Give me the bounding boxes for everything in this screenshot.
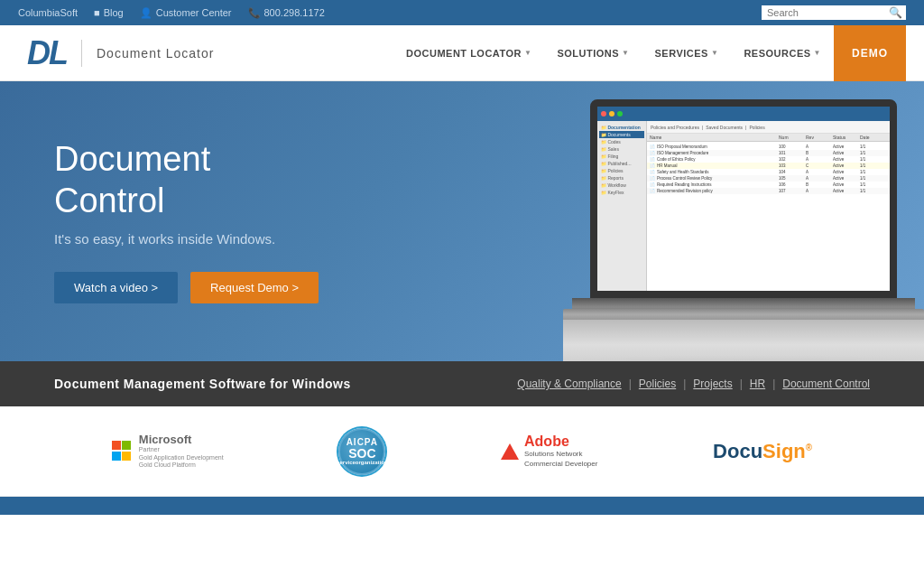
separator: | [629, 378, 632, 390]
hero-subtitle: It's so easy, it works inside Windows. [54, 231, 325, 247]
chevron-down-icon: ▼ [711, 49, 718, 57]
customer-center-link[interactable]: 👤 Customer Center [140, 7, 232, 19]
chevron-down-icon: ▼ [524, 49, 531, 57]
strip-links: Quality & Compliance | Policies | Projec… [517, 378, 870, 390]
chevron-down-icon: ▼ [814, 49, 821, 57]
document-control-link[interactable]: Document Control [782, 378, 870, 390]
watch-video-button[interactable]: Watch a video > [54, 272, 178, 303]
nav-bar: DL Document Locator DOCUMENT LOCATOR ▼ S… [0, 25, 924, 81]
nav-solutions[interactable]: SOLUTIONS ▼ [544, 25, 642, 81]
hero-section: Document Control It's so easy, it works … [0, 81, 924, 361]
phone-link[interactable]: 📞 800.298.1172 [248, 7, 325, 19]
separator: | [740, 378, 743, 390]
logo-divider [81, 40, 82, 67]
microsoft-partner-label: PartnerGold Application DevelopmentGold … [139, 446, 224, 469]
bottom-strip: Document Management Software for Windows… [0, 361, 924, 406]
adobe-label: Adobe [524, 434, 597, 450]
aicpa-sub: serviceorganization [337, 460, 387, 465]
brand-link[interactable]: ColumbiaSoft [18, 7, 78, 18]
partners-section: Microsoft PartnerGold Application Develo… [0, 406, 924, 497]
microsoft-logo-grid [112, 441, 132, 461]
main-nav: DOCUMENT LOCATOR ▼ SOLUTIONS ▼ SERVICES … [393, 25, 906, 81]
adobe-triangle-icon [501, 443, 519, 460]
aicpa-logo: AICPA SOC serviceorganization [338, 428, 385, 475]
adobe-partner-label: Solutions NetworkCommercial Developer [524, 450, 597, 469]
aicpa-partner: AICPA SOC serviceorganization [338, 428, 385, 475]
soc-text: SOC [348, 447, 375, 460]
blog-link[interactable]: ■ Blog [94, 7, 124, 18]
strip-tagline: Document Management Software for Windows [54, 377, 351, 391]
projects-link[interactable]: Projects [693, 378, 732, 390]
search-wrapper: 🔍 [762, 5, 906, 20]
quality-compliance-link[interactable]: Quality & Compliance [517, 378, 621, 390]
microsoft-partner: Microsoft PartnerGold Application Develo… [112, 433, 224, 469]
hr-link[interactable]: HR [750, 378, 765, 390]
registered-trademark: ® [806, 442, 812, 452]
adobe-partner: Adobe Solutions NetworkCommercial Develo… [501, 434, 597, 469]
laptop-screen: 📁 Documentation 📁 Documents 📁 Codes 📁 Sa… [590, 99, 897, 298]
top-bar-left: ColumbiaSoft ■ Blog 👤 Customer Center 📞 … [18, 7, 325, 19]
search-button[interactable]: 🔍 [889, 6, 902, 19]
phone-icon: 📞 [248, 7, 261, 19]
screen-sidebar: 📁 Documentation 📁 Documents 📁 Codes 📁 Sa… [597, 121, 647, 291]
microsoft-label: Microsoft [139, 433, 224, 446]
separator: | [683, 378, 686, 390]
hero-buttons: Watch a video > Request Demo > [54, 272, 325, 303]
rss-icon: ■ [94, 7, 100, 18]
hero-title: Document Control [54, 139, 325, 221]
nav-document-locator[interactable]: DOCUMENT LOCATOR ▼ [393, 25, 544, 81]
top-bar-right: 🔍 [762, 5, 906, 20]
nav-resources[interactable]: RESOURCES ▼ [731, 25, 834, 81]
screen-main: Policies and Procedures | Saved Document… [647, 121, 890, 291]
laptop-hinge [563, 309, 924, 320]
docusign-partner: DocuSign® [713, 440, 812, 463]
nav-services[interactable]: SERVICES ▼ [642, 25, 732, 81]
chevron-down-icon: ▼ [622, 49, 629, 57]
logo-letters: DL [27, 37, 67, 70]
policies-link[interactable]: Policies [639, 378, 676, 390]
separator: | [772, 378, 775, 390]
logo-area: DL Document Locator [27, 37, 214, 70]
user-icon: 👤 [140, 7, 152, 19]
search-input[interactable] [762, 5, 906, 20]
top-bar: ColumbiaSoft ■ Blog 👤 Customer Center 📞 … [0, 0, 924, 25]
request-demo-button[interactable]: Request Demo > [190, 272, 319, 303]
laptop-keyboard [563, 320, 924, 361]
docusign-highlight: Sign [762, 440, 806, 462]
laptop-illustration: 📁 Documentation 📁 Documents 📁 Codes 📁 Sa… [563, 99, 924, 361]
docusign-logo: DocuSign® [713, 440, 812, 463]
microsoft-text: Microsoft PartnerGold Application Develo… [139, 433, 224, 469]
bottom-blue-bar [0, 497, 924, 515]
demo-button[interactable]: DEMO [834, 25, 906, 81]
hero-content: Document Control It's so easy, it works … [0, 103, 379, 339]
logo-name: Document Locator [97, 46, 214, 61]
